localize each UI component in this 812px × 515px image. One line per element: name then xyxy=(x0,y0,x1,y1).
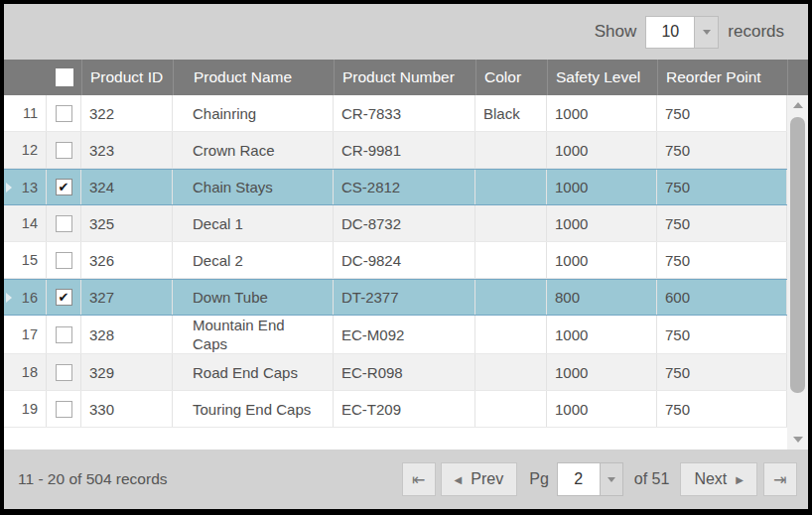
last-page-icon: ⇥ xyxy=(773,470,786,489)
cell-product-id: 324 xyxy=(81,170,173,204)
cell-product-id: 322 xyxy=(81,95,173,131)
cell-reorder-point: 750 xyxy=(657,242,787,278)
cell-color: Black xyxy=(475,95,547,131)
scroll-down-button[interactable] xyxy=(787,430,808,450)
cell-product-number: CR-7833 xyxy=(334,95,475,131)
header-row-number xyxy=(4,60,47,95)
scrollbar-track[interactable] xyxy=(787,115,808,430)
cell-reorder-point: 750 xyxy=(657,316,787,353)
next-arrow-icon: ▶ xyxy=(736,474,744,485)
table-row[interactable]: 15326Decal 2DC-98241000750 xyxy=(4,242,787,279)
table-row[interactable]: 19330Touring End CapsEC-T2091000750 xyxy=(4,391,787,428)
cell-safety-level: 1000 xyxy=(547,95,657,131)
page-size-input[interactable]: 10 xyxy=(645,16,695,49)
scroll-up-button[interactable] xyxy=(787,95,808,115)
scrollbar-thumb[interactable] xyxy=(790,117,805,393)
row-checkbox-cell xyxy=(47,316,81,353)
row-checkbox-cell: ✔ xyxy=(47,170,81,204)
row-checkbox[interactable] xyxy=(56,252,72,269)
select-all-checkbox[interactable] xyxy=(56,68,73,86)
cell-color xyxy=(475,170,547,204)
row-checkbox-cell: ✔ xyxy=(47,280,81,315)
cell-color xyxy=(475,391,547,427)
cell-product-name: Road End Caps xyxy=(173,354,334,390)
row-checkbox-cell xyxy=(47,391,81,427)
page-number-input[interactable]: 2 xyxy=(557,462,601,496)
product-grid: Show 10 records Product ID Product Name … xyxy=(0,0,812,515)
cell-reorder-point: 750 xyxy=(657,205,787,241)
header-reorder-point[interactable]: Reorder Point xyxy=(657,60,787,95)
table-row[interactable]: 17328Mountain End CapsEC-M0921000750 xyxy=(4,316,787,354)
row-checkbox[interactable] xyxy=(56,215,72,232)
cell-product-id: 330 xyxy=(81,391,173,427)
cell-safety-level: 1000 xyxy=(547,391,657,427)
table-row[interactable]: 13✔324Chain StaysCS-28121000750 xyxy=(4,169,787,205)
cell-product-name: Chainring xyxy=(173,95,334,131)
cell-product-name: Touring End Caps xyxy=(173,391,334,427)
cell-color xyxy=(475,316,547,353)
last-page-button[interactable]: ⇥ xyxy=(763,462,797,496)
table-header: Product ID Product Name Product Number C… xyxy=(4,60,808,95)
cell-safety-level: 1000 xyxy=(547,354,657,390)
cell-product-name: Mountain End Caps xyxy=(173,316,334,353)
next-page-button[interactable]: Next ▶ xyxy=(680,462,757,496)
cell-product-id: 327 xyxy=(81,280,173,315)
row-checkbox-cell xyxy=(47,242,81,278)
cell-product-id: 328 xyxy=(81,316,173,353)
table-row[interactable]: 18329Road End CapsEC-R0981000750 xyxy=(4,354,787,391)
row-number: 15 xyxy=(4,242,47,278)
chevron-down-icon xyxy=(608,477,615,482)
cell-reorder-point: 750 xyxy=(657,354,787,390)
cell-product-id: 325 xyxy=(81,205,173,241)
pager-controls: ⇤ ◀ Prev Pg 2 of 51 Next ▶ ⇥ xyxy=(402,462,797,496)
scroll-up-icon xyxy=(793,102,803,108)
header-product-number[interactable]: Product Number xyxy=(334,60,475,95)
header-product-id[interactable]: Product ID xyxy=(81,60,173,95)
page-number-dropdown-button[interactable] xyxy=(601,462,623,496)
row-checkbox[interactable] xyxy=(56,105,72,122)
header-safety-level[interactable]: Safety Level xyxy=(547,60,657,95)
cell-safety-level: 1000 xyxy=(547,132,657,168)
page-size-dropdown-button[interactable] xyxy=(695,16,719,49)
cell-product-id: 329 xyxy=(81,354,173,390)
row-checkbox-cell xyxy=(47,205,81,241)
show-label: Show xyxy=(595,22,637,42)
scroll-down-icon xyxy=(793,437,803,443)
prev-page-button[interactable]: ◀ Prev xyxy=(441,462,518,496)
first-page-button[interactable]: ⇤ xyxy=(402,462,436,496)
prev-label: Prev xyxy=(471,470,503,488)
page-size-selector: 10 xyxy=(645,16,719,49)
vertical-scrollbar[interactable] xyxy=(787,95,808,450)
row-number: 11 xyxy=(4,95,47,131)
cell-safety-level: 800 xyxy=(547,280,657,315)
row-checkbox[interactable]: ✔ xyxy=(56,179,72,195)
first-page-icon: ⇤ xyxy=(412,470,425,489)
table-row[interactable]: 16✔327Down TubeDT-2377800600 xyxy=(4,279,787,316)
table-row[interactable]: 14325Decal 1DC-87321000750 xyxy=(4,205,787,242)
cell-reorder-point: 750 xyxy=(657,95,787,131)
row-checkbox[interactable]: ✔ xyxy=(56,289,72,306)
row-checkbox[interactable] xyxy=(56,326,72,343)
table-row[interactable]: 11322ChainringCR-7833Black1000750 xyxy=(4,95,787,132)
table-body: 11322ChainringCR-7833Black100075012323Cr… xyxy=(4,95,787,450)
cell-product-number: DC-9824 xyxy=(334,242,475,278)
cell-safety-level: 1000 xyxy=(547,316,657,353)
table-row[interactable]: 12323Crown RaceCR-99811000750 xyxy=(4,132,787,169)
row-number: 16 xyxy=(4,280,47,315)
cell-product-name: Crown Race xyxy=(173,132,334,168)
row-checkbox[interactable] xyxy=(56,142,72,159)
header-checkbox-cell xyxy=(47,60,81,95)
prev-arrow-icon: ◀ xyxy=(455,474,463,485)
row-number: 12 xyxy=(4,132,47,168)
cell-reorder-point: 750 xyxy=(657,132,787,168)
cell-product-number: EC-R098 xyxy=(334,354,475,390)
header-color[interactable]: Color xyxy=(475,60,547,95)
header-product-name[interactable]: Product Name xyxy=(173,60,334,95)
row-checkbox[interactable] xyxy=(56,401,72,418)
cell-reorder-point: 750 xyxy=(657,170,787,204)
row-checkbox[interactable] xyxy=(56,364,72,381)
cell-product-id: 323 xyxy=(81,132,173,168)
selected-row-marker-icon xyxy=(6,183,12,193)
row-number: 19 xyxy=(4,391,47,427)
cell-product-name: Chain Stays xyxy=(173,170,334,204)
